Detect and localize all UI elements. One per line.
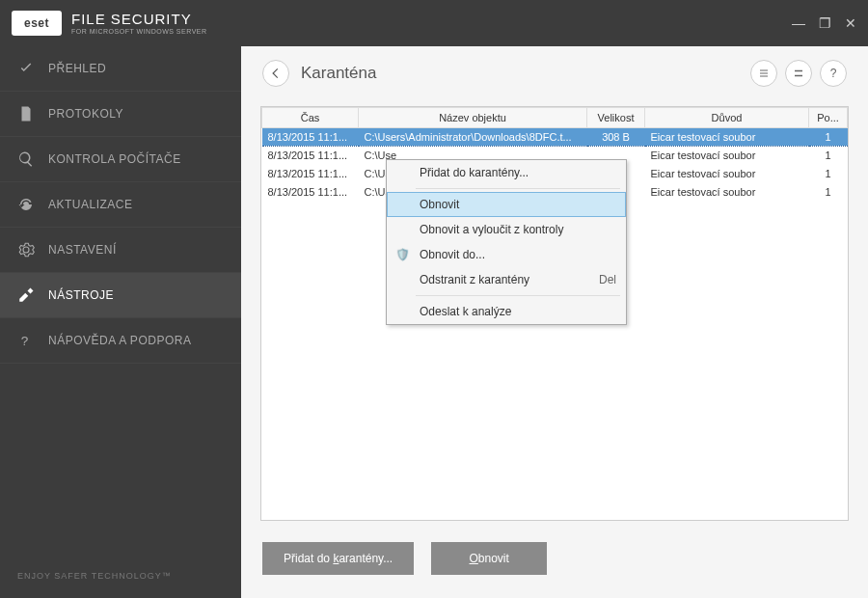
cell-object: C:\Users\Administrator\Downloads\8DFC.t.… <box>359 128 587 147</box>
sidebar-footer: ENJOY SAFER TECHNOLOGY™ <box>0 554 241 598</box>
restore-button[interactable]: ❐ <box>819 15 831 31</box>
cm-submit-analysis[interactable]: Odeslat k analýze <box>387 299 626 324</box>
col-count-header[interactable]: Po... <box>809 108 848 128</box>
col-object-header[interactable]: Název objektu <box>359 108 587 128</box>
back-button[interactable] <box>262 60 289 87</box>
cm-remove-label: Odstranit z karantény <box>420 273 529 286</box>
tools-icon <box>17 286 35 304</box>
cell-size: 308 B <box>587 128 645 147</box>
cell-count: 1 <box>809 183 848 202</box>
page-title: Karanténa <box>301 64 376 83</box>
sidebar-item-logs[interactable]: PROTOKOLY <box>0 92 241 137</box>
cell-reason: Eicar testovací soubor <box>645 165 809 183</box>
question-icon: ? <box>17 332 35 349</box>
app-title: FILE SECURITY <box>71 12 207 26</box>
sidebar-item-label: NASTAVENÍ <box>48 243 117 257</box>
list-view-button[interactable] <box>750 60 777 87</box>
cell-reason: Eicar testovací soubor <box>645 147 809 165</box>
document-icon <box>17 105 35 122</box>
close-button[interactable]: ✕ <box>845 15 856 31</box>
cm-restore-to[interactable]: 🛡️ Obnovit do... <box>387 242 626 267</box>
menu-separator <box>416 188 620 189</box>
cm-remove[interactable]: Odstranit z karantény Del <box>387 267 626 292</box>
sidebar-item-update[interactable]: AKTUALIZACE <box>0 182 241 228</box>
refresh-icon <box>17 196 35 213</box>
minimize-button[interactable]: — <box>792 15 805 31</box>
svg-text:?: ? <box>21 334 29 348</box>
sidebar-item-overview[interactable]: PŘEHLED <box>0 46 241 92</box>
menu-separator <box>416 295 620 296</box>
check-icon <box>17 60 35 77</box>
list-icon <box>793 68 804 79</box>
cell-reason: Eicar testovací soubor <box>645 128 809 147</box>
logo-badge: eset <box>12 11 62 36</box>
shield-icon: 🛡️ <box>394 247 410 262</box>
table-row[interactable]: 8/13/2015 11:1... C:\Users\Administrator… <box>262 128 848 147</box>
cell-count: 1 <box>809 165 848 183</box>
window-controls: — ❐ ✕ <box>792 15 856 31</box>
sidebar-item-label: PŘEHLED <box>48 62 106 75</box>
cell-count: 1 <box>809 147 848 165</box>
cm-add-to-quarantine[interactable]: Přidat do karantény... <box>387 160 626 185</box>
sidebar-item-tools[interactable]: NÁSTROJE <box>0 273 241 318</box>
gear-icon <box>17 241 35 258</box>
col-time-header[interactable]: Čas <box>262 108 359 128</box>
sidebar-item-help[interactable]: ? NÁPOVĚDA A PODPORA <box>0 318 241 364</box>
bottom-actions: Přidat do karantény... Obnovit <box>241 527 868 598</box>
cell-count: 1 <box>809 128 848 147</box>
cm-restore-exclude[interactable]: Obnovit a vyloučit z kontroly <box>387 217 626 242</box>
sidebar-item-scan[interactable]: KONTROLA POČÍTAČE <box>0 137 241 182</box>
col-reason-header[interactable]: Důvod <box>645 108 809 128</box>
restore-button[interactable]: Obnovit <box>431 542 547 575</box>
cm-restore-to-label: Obnovit do... <box>420 248 485 261</box>
cell-reason: Eicar testovací soubor <box>645 183 809 202</box>
titlebar: eset FILE SECURITY FOR MICROSOFT WINDOWS… <box>0 0 868 46</box>
cell-time: 8/13/2015 11:1... <box>262 183 359 202</box>
help-button[interactable]: ? <box>820 60 847 87</box>
sidebar-item-label: AKTUALIZACE <box>48 198 133 211</box>
detail-view-button[interactable] <box>785 60 812 87</box>
content-header: Karanténa ? <box>241 46 868 100</box>
sidebar-item-label: NÁPOVĚDA A PODPORA <box>48 334 191 347</box>
sidebar-item-label: PROTOKOLY <box>48 107 123 121</box>
cm-remove-shortcut: Del <box>599 273 616 286</box>
magnifier-icon <box>17 150 35 168</box>
arrow-left-icon <box>269 67 283 80</box>
app-subtitle: FOR MICROSOFT WINDOWS SERVER <box>71 28 207 35</box>
cell-time: 8/13/2015 11:1... <box>262 147 359 165</box>
cell-time: 8/13/2015 11:1... <box>262 165 359 183</box>
cm-restore[interactable]: Obnovit <box>387 192 626 217</box>
sidebar-item-label: KONTROLA POČÍTAČE <box>48 152 181 166</box>
col-size-header[interactable]: Velikost <box>587 108 645 128</box>
sidebar-item-settings[interactable]: NASTAVENÍ <box>0 228 241 273</box>
context-menu: Přidat do karantény... Obnovit Obnovit a… <box>386 159 627 325</box>
sidebar: PŘEHLED PROTOKOLY KONTROLA POČÍTAČE AKTU… <box>0 46 241 598</box>
hamburger-icon <box>758 68 770 79</box>
sidebar-item-label: NÁSTROJE <box>48 288 114 302</box>
add-to-quarantine-button[interactable]: Přidat do karantény... <box>262 542 414 575</box>
brand: eset FILE SECURITY FOR MICROSOFT WINDOWS… <box>12 11 207 36</box>
cell-time: 8/13/2015 11:1... <box>262 128 359 147</box>
